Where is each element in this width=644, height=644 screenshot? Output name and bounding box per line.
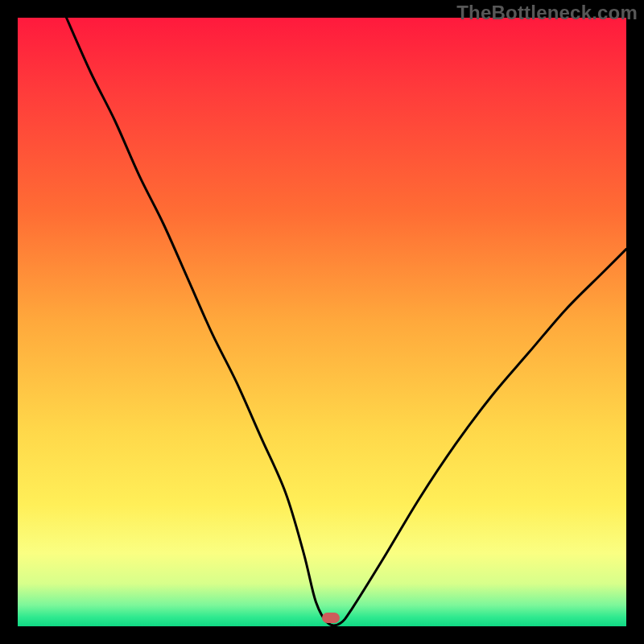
watermark-text: TheBottleneck.com (456, 2, 638, 24)
chart-plot-area (18, 18, 626, 626)
curve-path (67, 18, 627, 625)
chart-frame: TheBottleneck.com (0, 0, 644, 644)
optimal-point-marker (322, 613, 340, 623)
bottleneck-curve (18, 18, 626, 626)
